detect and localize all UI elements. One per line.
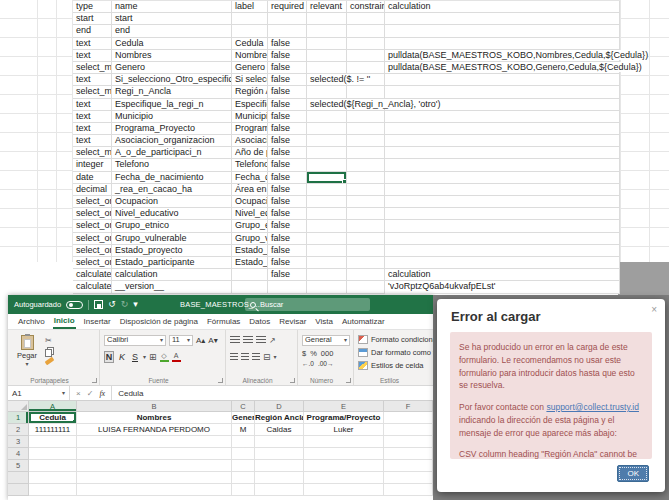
form-cell[interactable] [347,111,385,123]
ribbon-tab-automatizar[interactable]: Automatizar [341,315,386,328]
conditional-format-button[interactable]: Formato condicional [358,333,430,346]
form-cell[interactable] [307,25,347,37]
form-cell[interactable] [307,135,347,147]
form-cell[interactable]: Programa_Proyecto [112,123,232,135]
formula-value[interactable]: Cedula [112,389,143,398]
form-cell[interactable] [385,159,620,171]
row-header-1[interactable]: 1 [8,412,29,424]
sheet-cell[interactable] [304,472,384,484]
form-cell[interactable] [385,86,620,98]
form-cell[interactable]: Si seleccio [232,74,268,86]
thousands-icon[interactable]: 000 [321,349,334,358]
sheet-cell[interactable] [77,484,232,496]
form-cell[interactable]: start [73,13,112,25]
form-cell[interactable]: false [268,269,307,281]
form-cell[interactable] [307,257,347,269]
form-cell[interactable] [385,135,620,147]
close-icon[interactable]: × [651,304,657,315]
ribbon-tab-f-rmulas[interactable]: Fórmulas [206,315,241,328]
sheet-cell[interactable] [384,460,433,472]
form-cell[interactable] [347,220,385,232]
quick-access-caret-icon[interactable]: ▾ [133,300,138,309]
enter-icon[interactable]: ✓ [87,389,94,398]
sheet-cell[interactable] [29,460,77,472]
form-cell[interactable]: Especifiqu [232,99,268,111]
form-cell[interactable] [307,281,347,293]
form-cell[interactable] [268,13,307,25]
form-cell[interactable]: __version__ [112,281,232,293]
form-cell[interactable]: Estado_proyecto [112,245,232,257]
increase-decimal-icon[interactable]: ←.0 [302,360,314,367]
sheet-cell[interactable]: M [232,424,255,436]
form-cell[interactable] [347,208,385,220]
sheet-cell[interactable]: Cedula [29,412,77,424]
form-cell[interactable] [385,208,620,220]
sheet-cell[interactable] [232,436,255,448]
sheet-cell[interactable]: Región Ancla [255,412,304,424]
form-cell[interactable] [307,269,347,281]
form-cell[interactable] [307,184,347,196]
sheet-cell[interactable] [232,460,255,472]
column-header-D[interactable]: D [255,401,304,412]
form-cell[interactable]: false [268,99,307,111]
form-cell[interactable]: false [268,74,307,86]
font-color-icon[interactable]: A [172,352,181,362]
form-cell[interactable]: date [73,172,112,184]
sheet-cell[interactable] [29,472,77,484]
form-cell[interactable]: calculate [73,269,112,281]
form-cell[interactable]: selected($. != '' [307,74,347,86]
form-header-cell[interactable]: type [73,1,112,13]
ribbon-tab-inicio[interactable]: Inicio [53,314,76,329]
form-cell[interactable]: select_on [73,220,112,232]
form-cell[interactable]: false [268,147,307,159]
form-cell[interactable]: text [73,74,112,86]
sheet-cell[interactable] [232,472,255,484]
form-cell[interactable]: text [73,123,112,135]
form-cell[interactable] [307,111,347,123]
form-cell[interactable]: select_on [73,208,112,220]
autosave-toggle[interactable] [66,301,83,309]
sheet-cell[interactable] [232,448,255,460]
form-cell[interactable] [307,86,347,98]
cell-styles-button[interactable]: Estilos de celda [358,359,430,372]
form-cell[interactable]: Año de pa [232,147,268,159]
form-cell[interactable]: Grupo_vu [232,233,268,245]
form-cell[interactable]: false [268,233,307,245]
ok-button[interactable]: OK [617,465,649,482]
column-header-C[interactable]: C [232,401,255,412]
ribbon-tab-datos[interactable]: Datos [248,315,271,328]
form-cell[interactable]: Especifique_la_regi_n [112,99,232,111]
form-cell[interactable] [307,196,347,208]
sheet-cell[interactable]: LUISA FERNANDA PERDOMO [77,424,232,436]
form-cell[interactable] [385,245,620,257]
bold-button[interactable]: N [104,351,114,363]
form-cell[interactable]: integer [73,159,112,171]
form-cell[interactable]: Genero [232,62,268,74]
currency-icon[interactable]: $ [302,349,306,358]
form-cell[interactable]: false [268,196,307,208]
form-cell[interactable]: Asociacio [232,135,268,147]
form-cell[interactable] [232,25,268,37]
form-cell[interactable] [268,281,307,293]
form-cell[interactable]: Asociacion_organizacion [112,135,232,147]
sheet-cell[interactable] [255,460,304,472]
sheet-cell[interactable] [29,436,77,448]
form-cell[interactable]: false [268,50,307,62]
form-cell[interactable] [385,38,620,50]
support-email-link[interactable]: support@collect.trusty.id [546,402,639,412]
form-cell[interactable]: select_mu [73,86,112,98]
paste-button[interactable]: Pegar ▾ [12,335,42,367]
form-cell[interactable] [347,86,385,98]
form-cell[interactable] [385,111,620,123]
merge-center-icon[interactable]: ⊟ [263,352,271,362]
form-cell[interactable]: text [73,135,112,147]
form-cell[interactable]: Estado_participante [112,257,232,269]
form-cell[interactable]: false [268,123,307,135]
form-cell[interactable]: false [268,208,307,220]
dialog-launcher-icon[interactable] [346,378,351,383]
dialog-launcher-icon[interactable] [218,378,223,383]
form-cell[interactable] [347,196,385,208]
form-cell[interactable]: calculation [385,269,620,281]
form-cell[interactable]: pulldata(BASE_MAESTROS_KOBO,Genero,Cedul… [385,62,620,74]
form-cell[interactable]: text [73,38,112,50]
